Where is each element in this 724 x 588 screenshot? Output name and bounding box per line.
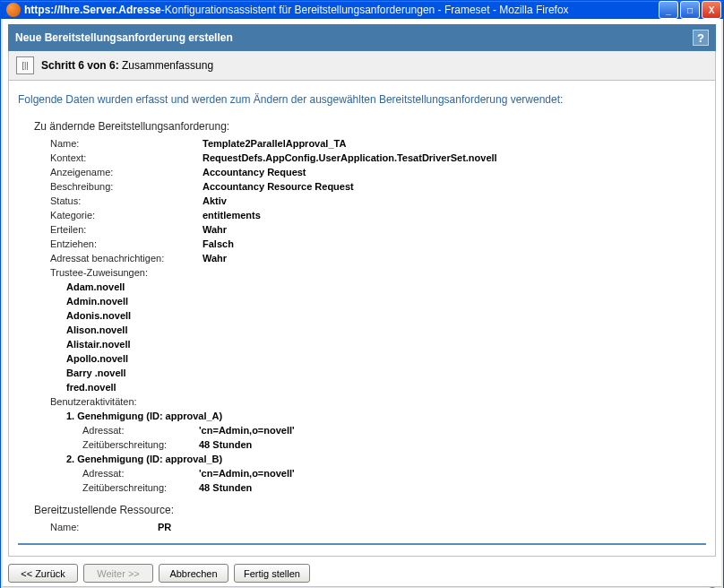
- label-status: Status:: [50, 194, 203, 208]
- trustee-item: Adam.novell: [66, 280, 706, 294]
- value-adressat-benachrichtigen: Wahr: [203, 251, 227, 265]
- resource-name-label: Name:: [50, 520, 158, 534]
- activity-2-adressat-value: 'cn=Admin,o=novell': [199, 466, 295, 480]
- value-status: Aktiv: [203, 194, 227, 208]
- titlebar: https://Ihre.Server.Adresse -Konfigurati…: [1, 1, 723, 19]
- trustee-item: fred.novell: [66, 380, 706, 394]
- minimize-button[interactable]: _: [659, 1, 678, 19]
- label-adressat-benachrichtigen: Adressat benachrichtigen:: [50, 251, 203, 265]
- activity-2-title: 2. Genehmigung (ID: approval_B): [66, 452, 706, 466]
- maximize-button[interactable]: □: [680, 1, 700, 19]
- label-anzeigename: Anzeigename:: [50, 165, 203, 179]
- value-anzeigename: Accountancy Request: [203, 165, 306, 179]
- label-trustee: Trustee-Zuweisungen:: [50, 265, 203, 280]
- value-entziehen: Falsch: [203, 237, 234, 251]
- step-icon: [16, 56, 34, 74]
- activity-1-adressat-value: 'cn=Admin,o=novell': [199, 423, 295, 437]
- trustee-item: Alistair.novell: [66, 337, 706, 351]
- cancel-button[interactable]: Abbrechen: [159, 564, 228, 583]
- step-bar: Schritt 6 von 6: Zusammenfassung: [8, 51, 716, 81]
- trustee-item: Adonis.novell: [66, 308, 706, 323]
- button-bar: << Zurück Weiter >> Abbrechen Fertig ste…: [8, 560, 716, 586]
- step-label: Schritt 6 von 6: Zusammenfassung: [41, 59, 213, 72]
- label-beschreibung: Beschreibung:: [50, 179, 203, 194]
- trustee-item: Alison.novell: [66, 323, 706, 337]
- section-to-change-title: Zu ändernde Bereitstellungsanforderung:: [34, 120, 706, 133]
- trustee-item: Barry .novell: [66, 366, 706, 380]
- activity-1-title: 1. Genehmigung (ID: approval_A): [66, 409, 706, 423]
- trustee-item: Admin.novell: [66, 294, 706, 308]
- help-button[interactable]: ?: [693, 30, 709, 46]
- wizard-title: Neue Bereitstellungsanforderung erstelle…: [15, 31, 233, 44]
- activity-1-zeit-label: Zeitüberschreitung:: [82, 437, 199, 452]
- label-kategorie: Kategorie:: [50, 208, 203, 222]
- firefox-icon: [6, 3, 21, 17]
- resource-name-value: PR: [158, 520, 171, 534]
- value-name: Template2ParallelApproval_TA: [203, 136, 346, 151]
- divider: [18, 543, 706, 545]
- next-button: Weiter >>: [83, 564, 153, 583]
- activity-1-zeit-value: 48 Stunden: [199, 437, 252, 452]
- trustee-item: Apollo.novell: [66, 351, 706, 366]
- finish-button[interactable]: Fertig stellen: [234, 564, 310, 583]
- close-button[interactable]: X: [702, 1, 721, 19]
- label-erteilen: Erteilen:: [50, 222, 203, 237]
- wizard-header: Neue Bereitstellungsanforderung erstelle…: [8, 24, 716, 51]
- back-button[interactable]: << Zurück: [8, 564, 78, 583]
- label-benutzeraktivitaeten: Benutzeraktivitäten:: [50, 394, 203, 409]
- activity-1-adressat-label: Adressat:: [82, 423, 199, 437]
- section-resource-title: Bereitzustellende Ressource:: [34, 504, 706, 516]
- value-beschreibung: Accountancy Resource Request: [203, 179, 354, 194]
- activity-2-zeit-label: Zeitüberschreitung:: [82, 480, 199, 495]
- intro-text: Folgende Daten wurden erfasst und werden…: [18, 93, 706, 106]
- label-kontext: Kontext:: [50, 151, 203, 165]
- trustee-list: Adam.novell Admin.novell Adonis.novell A…: [66, 280, 706, 394]
- window-title: https://Ihre.Server.Adresse -Konfigurati…: [24, 4, 569, 16]
- label-entziehen: Entziehen:: [50, 237, 203, 251]
- summary-scroll-area[interactable]: Folgende Daten wurden erfasst und werden…: [8, 81, 716, 557]
- value-erteilen: Wahr: [203, 222, 227, 237]
- value-kontext: RequestDefs.AppConfig.UserApplication.Te…: [203, 151, 497, 165]
- activity-2-adressat-label: Adressat:: [82, 466, 199, 480]
- value-kategorie: entitlements: [203, 208, 261, 222]
- label-name: Name:: [50, 136, 203, 151]
- activity-2-zeit-value: 48 Stunden: [199, 480, 252, 495]
